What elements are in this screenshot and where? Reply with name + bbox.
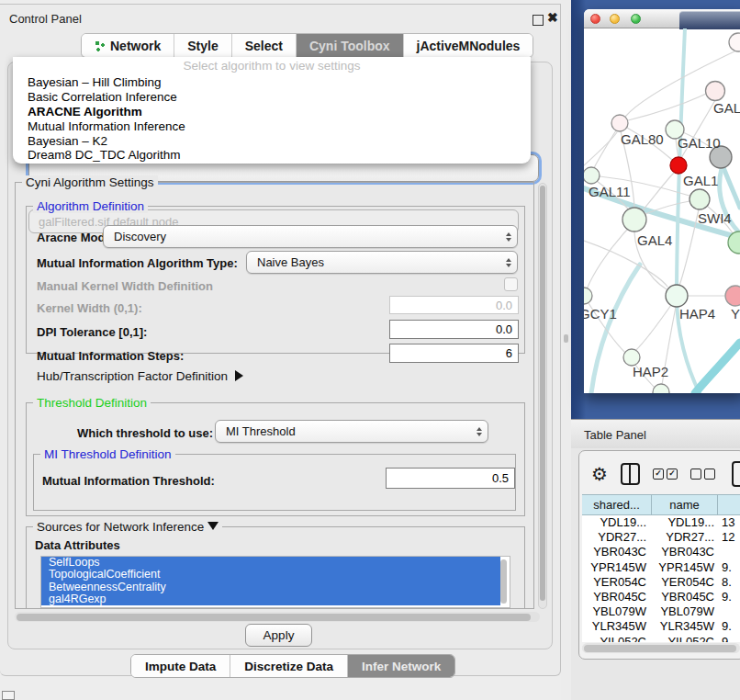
apply-button[interactable]: Apply [245,624,312,647]
mi-threshold-input[interactable]: 0.5 [386,468,515,489]
table-row[interactable]: YBR043CYBR043C [582,545,740,559]
table-horizontal-scrollbar[interactable] [582,643,740,653]
float-window-icon[interactable] [533,15,544,26]
table-cell: YBL079W [582,604,652,619]
tab-infer-network[interactable]: Infer Network [348,655,454,677]
mi-algorithm-type-select[interactable]: Naive Bayes [246,251,518,274]
manual-kernel-checkbox[interactable] [504,277,518,291]
node-y[interactable] [725,286,740,306]
zoom-traffic-light-icon[interactable] [631,14,641,24]
kernel-width-input[interactable]: 0.0 [389,296,519,314]
node-gal1[interactable] [690,189,710,209]
aracne-mode-select[interactable]: Discovery [103,225,518,248]
table-row[interactable]: YDL19...YDL19...13 [582,515,740,530]
columns-icon[interactable] [621,463,640,485]
attribute-item[interactable]: gal4RGexp [41,593,500,605]
table-row[interactable]: YLR345WYLR345W9. [582,619,740,634]
node-gal80[interactable] [611,115,628,131]
node-gcy1[interactable] [584,288,592,304]
mi-steps-input[interactable]: 6 [389,344,519,363]
dpi-tolerance-value: 0.0 [496,322,512,336]
network-icon [95,40,106,51]
close-icon[interactable]: ✖ [547,10,558,25]
network-edge[interactable] [677,28,700,393]
table-header-row: shared... name [582,494,740,515]
tab-network[interactable]: Network [82,34,174,57]
hub-definition-toggle[interactable]: Hub/Transcription Factor Definition [37,369,243,383]
node-hap4-label: HAP4 [679,306,715,322]
table-cell: 13 [718,515,740,530]
node-hap2-label: HAP2 [633,364,668,379]
network-edge[interactable] [587,230,627,289]
which-threshold-label: Which threshold to use: [77,426,213,440]
table-row[interactable]: YPR145WYPR145W9. [582,560,740,575]
new-column-icon[interactable] [732,461,740,487]
node-gal[interactable] [706,82,725,101]
algorithm-option[interactable]: ARACNE Algorithm [13,105,531,119]
attribute-item[interactable]: TopologicalCoefficient [41,569,500,581]
kernel-width-label: Kernel Width (0,1): [37,301,142,315]
gear-icon[interactable]: ⚙ [591,465,608,483]
attribute-item[interactable]: BetweennessCentrality [41,581,500,593]
network-edge[interactable] [643,173,674,210]
tab-label: Select [245,39,283,53]
tab-select[interactable]: Select [232,34,297,57]
algorithm-option[interactable]: Mutual Information Inference [13,119,531,134]
tab-cyni-toolbox[interactable]: Cyni Toolbox [297,34,404,57]
select-all-columns-icon[interactable]: ✓✓ [653,469,678,480]
tab-style[interactable]: Style [174,34,231,57]
tab-impute-data[interactable]: Impute Data [131,655,230,677]
minimized-window-icon[interactable] [2,691,15,700]
mi-threshold-value: 0.5 [492,471,509,485]
network-canvas[interactable]: GALGAL80GAL10GAL11GAL1SWI4GAL4GCY1HAP4YH… [584,28,740,393]
network-edge[interactable] [635,305,671,351]
attribute-item[interactable]: SelfLoops [41,557,500,569]
data-attributes-list[interactable]: SelfLoopsTopologicalCoefficientBetweenne… [40,556,510,608]
node[interactable] [653,384,669,393]
node-hap4[interactable] [666,285,688,307]
table-row[interactable]: YBR045CYBR045C9. [582,590,740,604]
dpi-tolerance-input[interactable]: 0.0 [389,320,519,339]
algorithm-option[interactable]: Bayesian – Hill Climbing [13,75,531,90]
network-edge[interactable] [594,130,616,168]
table-row[interactable]: YER054CYER054C8. [582,575,740,590]
table-cell: YPR145W [582,560,652,575]
column-header[interactable]: name [652,495,718,514]
table-row[interactable]: YIL052CYIL052C9 [582,635,740,643]
expand-right-icon [235,370,243,381]
node-red[interactable] [670,157,687,174]
column-header[interactable]: shared... [582,495,652,514]
settings-vertical-scrollbar[interactable] [538,183,547,609]
column-header[interactable] [718,495,740,514]
table-panel-title: Table Panel [584,428,646,442]
background-window-titlebar[interactable] [679,11,740,29]
node[interactable] [729,33,740,51]
list-scrollbar[interactable] [500,559,507,604]
table-row[interactable]: YBL079WYBL079W [582,604,740,619]
deselect-all-columns-icon[interactable] [690,469,715,480]
minimize-traffic-light-icon[interactable] [610,14,620,24]
node-gal11[interactable] [584,167,600,184]
mi-threshold-label: Mutual Information Threshold: [42,474,215,488]
sources-group-title[interactable]: Sources for Network Inference [33,520,222,534]
node-swi4-label: SWI4 [698,210,732,226]
close-traffic-light-icon[interactable] [590,14,600,24]
sources-title-text: Sources for Network Inference [37,520,204,534]
panel-splitter[interactable] [561,0,571,700]
cytoscape-window: Control Panel ✖ NetworkStyleSelectCyni T… [0,0,740,700]
settings-horizontal-scrollbar[interactable] [15,612,540,622]
algorithm-option[interactable]: Bayesian – K2 [13,134,531,149]
table-row[interactable]: YDR27...YDR27...12 [582,530,740,545]
node-gal4[interactable] [622,208,646,231]
tab-jactivemnodules[interactable]: jActiveMNodules [404,34,533,57]
network-edge[interactable] [628,94,706,120]
network-edge[interactable] [695,343,740,393]
which-threshold-select[interactable]: MI Threshold [215,420,488,443]
algorithm-option[interactable]: Dream8 DC_TDC Algorithm [13,148,531,163]
splitter-handle-icon[interactable] [564,334,568,343]
algorithm-option[interactable]: Basic Correlation Inference [13,90,531,105]
table-cell: YDR27... [582,530,652,545]
dropdown-placeholder: Select algorithm to view settings [13,57,531,75]
tab-discretize-data[interactable]: Discretize Data [230,655,348,677]
table-cell [718,604,740,619]
